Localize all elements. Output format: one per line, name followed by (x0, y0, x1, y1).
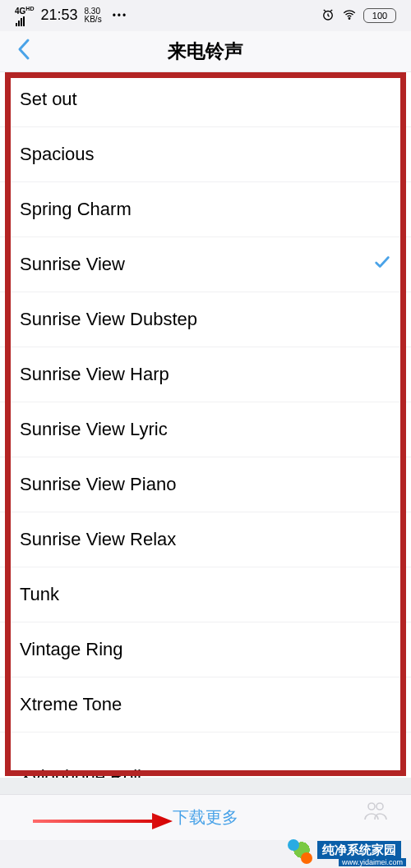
back-button[interactable] (16, 37, 31, 66)
ringtone-item[interactable]: Tunk (0, 567, 411, 622)
ringtone-name: Sunrise View Relax (20, 529, 176, 550)
ringtone-name: Set out (20, 89, 77, 110)
checkmark-icon (373, 253, 391, 276)
watermark-logo-icon (288, 836, 316, 864)
ringtone-list[interactable]: Set outSpaciousSpring CharmSunrise ViewS… (0, 72, 411, 778)
page-title: 来电铃声 (0, 39, 411, 64)
ringtone-item[interactable]: Sunrise View Relax (0, 512, 411, 567)
ringtone-name: Sunrise View Harp (20, 364, 169, 385)
alarm-icon (321, 7, 335, 25)
ringtone-name: Xylophone Roll (20, 766, 141, 778)
ringtone-name: Spring Charm (20, 199, 132, 220)
ringtone-item[interactable]: Xtreme Tone (0, 677, 411, 733)
watermark-text: 纯净系统家园 (317, 841, 401, 859)
download-more-button[interactable]: 下载更多 (173, 806, 238, 829)
ringtone-name: Sunrise View Piano (20, 474, 176, 495)
status-bar: 4GHD 21:53 8.30 KB/s ••• 100 (0, 0, 411, 31)
ringtone-name: Xtreme Tone (20, 694, 122, 715)
status-right: 100 (321, 7, 396, 25)
more-dots-icon: ••• (113, 10, 128, 21)
ringtone-name: Sunrise View Dubstep (20, 309, 197, 330)
ringtone-name: Sunrise View (20, 254, 125, 275)
svg-point-1 (349, 17, 350, 19)
ringtone-name: Tunk (20, 584, 59, 605)
clock: 21:53 (40, 7, 77, 24)
ringtone-item[interactable]: Sunrise View (0, 237, 411, 292)
ringtone-item[interactable]: Sunrise View Lyric (0, 402, 411, 457)
wifi-icon (342, 7, 357, 25)
ringtone-item[interactable]: Sunrise View Dubstep (0, 292, 411, 347)
watermark: 纯净系统家园 www.yidaimei.com (288, 832, 411, 868)
ringtone-name: Vintage Ring (20, 639, 123, 660)
footer-gap (0, 778, 411, 794)
battery-icon: 100 (363, 8, 396, 23)
ringtone-item[interactable]: Spacious (0, 127, 411, 182)
svg-point-3 (376, 803, 383, 810)
ringtone-item[interactable]: Vintage Ring (0, 622, 411, 677)
ringtone-item[interactable]: Sunrise View Piano (0, 457, 411, 512)
ringtone-item[interactable]: Xylophone Roll (0, 733, 411, 778)
ringtone-name: Spacious (20, 144, 95, 165)
ringtone-name: Sunrise View Lyric (20, 419, 168, 440)
page-header: 来电铃声 (0, 31, 411, 72)
watermark-url: www.yidaimei.com (339, 858, 406, 866)
ringtone-item[interactable]: Set out (0, 72, 411, 127)
svg-point-2 (368, 803, 375, 810)
contacts-icon[interactable] (363, 800, 388, 827)
ringtone-list-container: Set outSpaciousSpring CharmSunrise ViewS… (0, 72, 411, 778)
ringtone-item[interactable]: Spring Charm (0, 182, 411, 237)
net-speed: 8.30 KB/s (85, 7, 102, 24)
ringtone-item[interactable]: Sunrise View Harp (0, 347, 411, 402)
annotation-arrow-icon (29, 805, 177, 838)
network-indicator: 4GHD (15, 5, 34, 25)
status-left: 4GHD 21:53 8.30 KB/s ••• (15, 5, 127, 25)
